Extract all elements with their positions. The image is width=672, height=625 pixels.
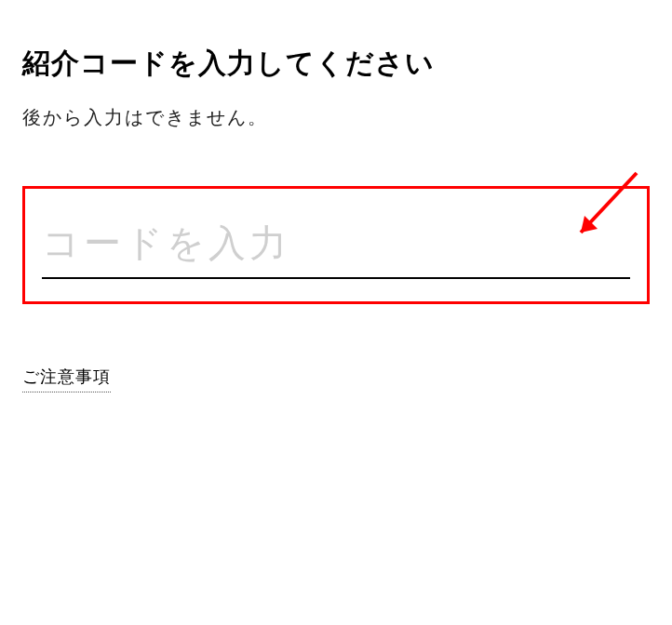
notice-link[interactable]: ご注意事項 xyxy=(22,366,111,392)
input-highlight-box xyxy=(22,186,650,304)
page-title: 紹介コードを入力してください xyxy=(22,45,650,83)
subtext-warning: 後から入力はできません。 xyxy=(22,105,650,130)
referral-code-input[interactable] xyxy=(42,213,630,279)
